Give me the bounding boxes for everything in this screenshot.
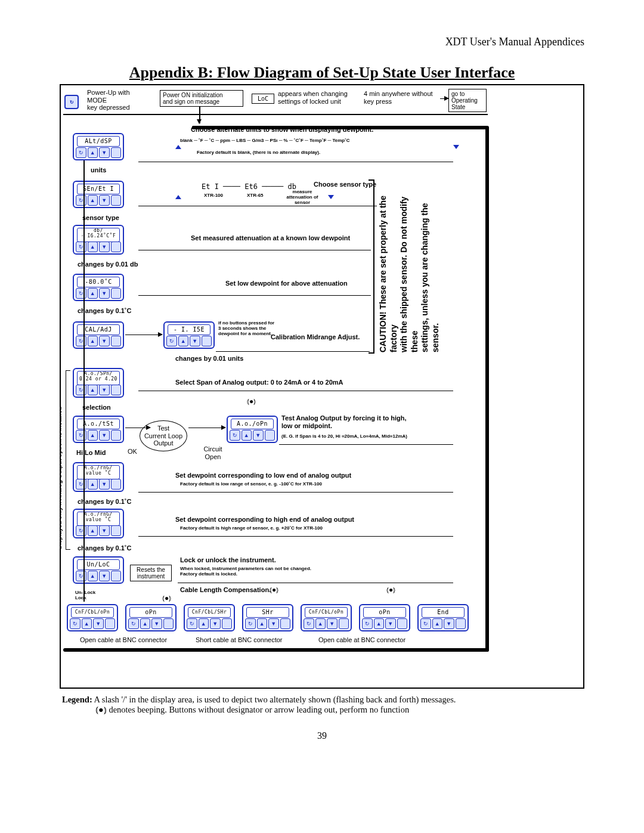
- btn-down[interactable]: ▼: [99, 430, 110, 441]
- btn-down[interactable]: ▼: [99, 385, 110, 395]
- open-cable-2: Open cable at BNC connector: [318, 636, 405, 644]
- screen: oPn: [129, 607, 172, 618]
- timeout-note: 4 min anywhere without key press: [364, 90, 447, 105]
- btn-up[interactable]: ▲: [199, 618, 209, 629]
- btn-blank[interactable]: [222, 618, 233, 629]
- btn-blank[interactable]: [111, 288, 122, 299]
- btn-up[interactable]: ▲: [88, 147, 98, 158]
- btn-up[interactable]: ▲: [88, 195, 98, 206]
- caution-label: CAUTION! These are set properly at the f…: [378, 179, 414, 352]
- screen: CnF/CbL/oPn: [71, 607, 114, 618]
- btn-down[interactable]: ▼: [327, 618, 338, 629]
- heading-att: Set measured attenuation at a known low …: [191, 234, 350, 242]
- btn-mode[interactable]: ↻: [70, 618, 80, 629]
- btn-up[interactable]: ▲: [88, 288, 98, 299]
- btn-down[interactable]: ▼: [99, 525, 110, 536]
- sensor-l1: XTR-100: [204, 193, 223, 198]
- down-icon: [453, 145, 459, 149]
- heading-lock: Lock or unlock the instrument.: [180, 556, 276, 564]
- btn-blank[interactable]: [456, 618, 466, 629]
- hilomid: Hi Lo Mid: [76, 449, 106, 457]
- btn-up[interactable]: ▲: [88, 430, 98, 441]
- btn-down[interactable]: ▼: [99, 288, 110, 299]
- btn-blank[interactable]: [111, 195, 122, 206]
- legend-line2: ⦅●⦆ denotes beeping. Buttons without des…: [95, 705, 409, 714]
- btn-blank[interactable]: [111, 147, 122, 158]
- sensor-l3: measure attenuation of sensor: [281, 189, 323, 206]
- screen: A.o./oPn: [231, 419, 274, 429]
- btn-mode[interactable]: ↻: [362, 618, 373, 629]
- btn-blank[interactable]: [111, 241, 122, 252]
- btn-mode[interactable]: ↻: [187, 618, 197, 629]
- up-icon: [175, 145, 181, 149]
- btn-blank[interactable]: [202, 336, 212, 346]
- module-cal: CAL/AdJ ↻▲▼: [73, 321, 124, 349]
- btn-mode[interactable]: ↻: [420, 618, 431, 629]
- module-span: A.o./SPn/ 0.24 or 4.20 ↻▲▼: [73, 368, 124, 398]
- heading-highend: Set dewpoint corresponding to high end o…: [175, 516, 354, 524]
- screen: CnF/CbL/SHr: [188, 607, 231, 618]
- btn-blank[interactable]: [280, 618, 291, 629]
- btn-down[interactable]: ▼: [99, 571, 110, 581]
- btn-mode[interactable]: ↻: [245, 618, 256, 629]
- btn-down[interactable]: ▼: [253, 430, 264, 441]
- label-selection: selection: [82, 404, 111, 411]
- btn-up[interactable]: ▲: [88, 525, 98, 536]
- btn-blank[interactable]: [339, 618, 349, 629]
- btn-up[interactable]: ▲: [257, 618, 268, 629]
- btn-blank[interactable]: [265, 430, 275, 441]
- btn-mode[interactable]: ↻: [76, 147, 86, 158]
- label-chg01c-2: changes by 0.1˚C: [78, 498, 131, 506]
- beep-icon: ⦅●⦆: [270, 586, 278, 594]
- btn-up[interactable]: ▲: [140, 618, 151, 629]
- btn-down[interactable]: ▼: [268, 618, 279, 629]
- label-chg001u: changes by 0.01 units: [175, 355, 243, 363]
- module-cnf2: CnF/CbL/SHr ↻▲▼: [184, 604, 235, 631]
- powerup-note: Power-Up with MODE key depressed: [87, 89, 153, 112]
- btn-blank[interactable]: [111, 336, 122, 346]
- heading-alt: Choose alternate units to show when disp…: [191, 126, 441, 134]
- btn-up[interactable]: ▲: [178, 336, 189, 346]
- btn-up[interactable]: ▲: [374, 618, 385, 629]
- btn-blank[interactable]: [163, 618, 174, 629]
- btn-blank[interactable]: [111, 385, 122, 395]
- screen: SHr: [246, 607, 289, 618]
- heading-tst: Test Analog Output by forcing it to high…: [281, 414, 407, 429]
- label-units: units: [91, 166, 106, 174]
- btn-down[interactable]: ▼: [99, 195, 110, 206]
- module-opn3: oPn ↻▲▼: [359, 604, 410, 631]
- btn-up[interactable]: ▲: [242, 430, 252, 441]
- btn-blank[interactable]: [111, 479, 122, 490]
- btn-down[interactable]: ▼: [99, 147, 110, 158]
- btn-down[interactable]: ▼: [93, 618, 104, 629]
- btn-down[interactable]: ▼: [210, 618, 221, 629]
- btn-mode[interactable]: ↻: [166, 336, 177, 346]
- btn-mode[interactable]: ↻: [304, 618, 314, 629]
- btn-down[interactable]: ▼: [385, 618, 396, 629]
- btn-up[interactable]: ▲: [315, 618, 326, 629]
- btn-up[interactable]: ▲: [88, 479, 98, 490]
- btn-blank[interactable]: [397, 618, 408, 629]
- btn-down[interactable]: ▼: [151, 618, 162, 629]
- btn-up[interactable]: ▲: [432, 618, 443, 629]
- btn-blank[interactable]: [105, 618, 116, 629]
- btn-up[interactable]: ▲: [88, 571, 98, 581]
- btn-blank[interactable]: [111, 525, 122, 536]
- module-unloc: Un/LoC ↻▲▼: [73, 556, 124, 584]
- btn-down[interactable]: ▼: [99, 336, 110, 346]
- btn-up[interactable]: ▲: [82, 618, 92, 629]
- btn-down[interactable]: ▼: [99, 241, 110, 252]
- heading-calmid: Calibration Midrange Adjust.: [271, 333, 360, 341]
- btn-mode[interactable]: ↻: [230, 430, 240, 441]
- btn-up[interactable]: ▲: [88, 336, 98, 346]
- btn-mode[interactable]: ↻: [128, 618, 139, 629]
- btn-down[interactable]: ▼: [99, 479, 110, 490]
- btn-blank[interactable]: [111, 430, 122, 441]
- sensor-l2: XTR-65: [247, 193, 264, 198]
- btn-up[interactable]: ▲: [88, 241, 98, 252]
- btn-up[interactable]: ▲: [88, 385, 98, 395]
- btn-down[interactable]: ▼: [190, 336, 200, 346]
- short-cable: Short cable at BNC connector: [196, 636, 283, 644]
- btn-down[interactable]: ▼: [444, 618, 454, 629]
- btn-blank[interactable]: [111, 571, 122, 581]
